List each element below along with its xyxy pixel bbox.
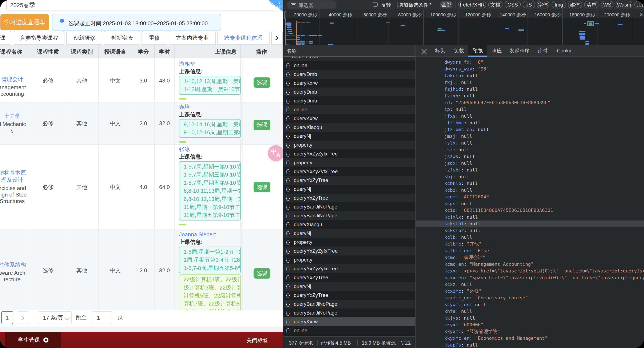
request-row-queryNj[interactable]: {;}queryNj: [284, 132, 415, 141]
preview-entry-kckslb1[interactable]: kckslb1: null: [416, 221, 644, 227]
preview-entry-jmsj[interactable]: jmsj: null: [416, 133, 644, 140]
preview-entry-kclb[interactable]: kclb: null: [416, 234, 644, 241]
request-table-header[interactable]: 名称: [284, 45, 415, 57]
preview-entry-kcdm[interactable]: kcdm: "ACCT2004F": [416, 194, 644, 200]
request-row-queryNj[interactable]: {;}queryNj: [284, 185, 415, 194]
request-row-queryYxZyTree[interactable]: {;}queryYxZyTree: [284, 194, 415, 202]
close-circle-icon[interactable]: ✕: [44, 338, 48, 343]
tab-方案内跨专业[interactable]: 方案内跨专业: [169, 31, 216, 45]
preview-entry-kkyx[interactable]: kkyx: "600006": [416, 322, 644, 328]
request-row-queryDmb[interactable]: {;}queryDmb: [284, 70, 415, 79]
filter-pill-全部[interactable]: 全部: [440, 1, 453, 8]
details-tab-计时[interactable]: 计时: [534, 45, 551, 57]
tab-重修[interactable]: 重修: [142, 31, 167, 45]
request-row-queryBanJiNoPage[interactable]: {;}queryBanJiNoPage: [284, 309, 415, 317]
preview-entry-fzzxh[interactable]: fzzxh: null: [416, 93, 644, 99]
preview-entry-kcmc[interactable]: kcmc: "管理会计": [416, 254, 644, 261]
preview-entry-kcbz[interactable]: kcbz: null: [416, 187, 644, 194]
teacher-link[interactable]: Joanna Siebert: [179, 231, 240, 238]
request-row-queryNj[interactable]: {;}queryNj: [284, 229, 415, 238]
request-row-queryBanJiNoPage[interactable]: {;}queryBanJiNoPage: [284, 300, 415, 309]
tab-跨专业课程体系[interactable]: 跨专业课程体系: [217, 31, 270, 45]
filter-pill-字体[interactable]: 字体: [537, 1, 550, 8]
preview-entry-ip[interactable]: ip: null: [416, 106, 644, 113]
filter-pill-Img[interactable]: Img: [552, 1, 566, 8]
request-row-property[interactable]: {;}property: [284, 158, 415, 167]
preview-entry-kcxzmc[interactable]: kcxzmc: "必修": [416, 288, 644, 295]
filter-pill-Wasm[interactable]: Wasm: [616, 1, 632, 8]
details-tab-Cookie[interactable]: Cookie: [554, 45, 576, 57]
filter-pill-Fetch/XHR[interactable]: Fetch/XHR: [458, 1, 486, 8]
tab-创新研修[interactable]: 创新研修: [66, 31, 102, 45]
preview-entry-ksapfs[interactable]: ksapfs: null: [416, 342, 644, 348]
student-course-tab[interactable]: 学生选课 ✕: [5, 332, 61, 348]
preview-entry-fxjl[interactable]: fxjl: null: [416, 79, 644, 86]
request-row-queryKxrw[interactable]: {;}queryKxrw: [284, 114, 415, 123]
preview-entry-jzdx[interactable]: jzdx: null: [416, 160, 644, 167]
select-course-button[interactable]: 选课: [254, 120, 270, 130]
request-row-property[interactable]: {;}property: [284, 141, 415, 149]
preview-entry-fakclb[interactable]: fakclb: null: [416, 72, 644, 79]
teacher-link[interactable]: 游相华: [179, 61, 240, 67]
overview-window-grip[interactable]: [284, 11, 286, 19]
preview-entry-kcxz[interactable]: kcxz: null: [416, 281, 644, 288]
preview-entry-jzfsbj[interactable]: jzfsbj: null: [416, 167, 644, 173]
preview-entry-kcjxlx[interactable]: kcjxlx: null: [416, 214, 644, 221]
request-row-queryYxZyZyfxTree[interactable]: {;}queryYxZyZyfxTree: [284, 167, 415, 176]
request-row-queryKxrw[interactable]: {;}queryKxrw: [284, 79, 415, 87]
teacher-link[interactable]: 泰培: [179, 104, 240, 110]
request-row-queryYxZyZyfxTree[interactable]: {;}queryYxZyZyfxTree: [284, 247, 415, 255]
tabs-more-button[interactable]: [271, 31, 282, 45]
preview-entry-kckslb2[interactable]: kckslb2: null: [416, 227, 644, 234]
preview-entry-kkyxmc_en[interactable]: kkyxmc_en: "Economics and Management": [416, 335, 644, 342]
filter-pill-文档[interactable]: 文档: [488, 1, 502, 8]
tab-创新实验[interactable]: 创新实验: [104, 31, 140, 45]
details-tab-标头[interactable]: 标头: [432, 45, 448, 57]
request-row-queryYxZyTree[interactable]: {;}queryYxZyTree: [284, 273, 415, 282]
request-row-content.css[interactable]: content.css: [284, 57, 415, 61]
request-row-queryXiaoqu[interactable]: {;}queryXiaoqu: [284, 220, 415, 229]
preview-entry-kcywmc_en[interactable]: kcywmc_en: null: [416, 301, 644, 308]
select-course-button[interactable]: 选课: [254, 77, 270, 88]
request-row-queryKxrw[interactable]: {;}queryKxrw: [284, 317, 415, 326]
term-select[interactable]: 2025春季: [6, 0, 276, 11]
preview-entry-fzjhid[interactable]: fzjhid: null: [416, 86, 644, 93]
preview-entry-dwyxrs_fx[interactable]: dwyxrs_fx: "0": [416, 59, 644, 66]
filter-pill-媒体[interactable]: 媒体: [568, 1, 582, 8]
preview-entry-kcbklb[interactable]: kcbklb: null: [416, 180, 644, 187]
request-row-online[interactable]: {;}online: [284, 326, 415, 335]
tab-竞赛指导类课程[interactable]: 竞赛指导类课程: [14, 31, 64, 45]
preview-entry-jfzlbmc[interactable]: jfzlbmc: null: [416, 119, 644, 126]
request-row-queryDmb[interactable]: {;}queryDmb: [284, 87, 415, 96]
request-row-queryYxZyZyfxTree[interactable]: {;}queryYxZyZyfxTree: [284, 264, 415, 273]
teacher-link[interactable]: 张冰: [179, 146, 240, 152]
details-tab-发起程序[interactable]: 发起程序: [506, 45, 533, 57]
request-row-queryYxZyTree[interactable]: {;}queryYxZyTree: [284, 291, 415, 300]
page-number-button[interactable]: 1: [1, 311, 13, 324]
request-row-property[interactable]: {;}property: [284, 255, 415, 264]
preview-entry-kkjys[interactable]: kkjys: null: [416, 315, 644, 322]
preview-entry-kkyxmc[interactable]: kkyxmc: "经济管理学院": [416, 328, 644, 335]
details-tab-响应[interactable]: 响应: [488, 45, 505, 57]
filter-pill-清单[interactable]: 清单: [584, 1, 598, 8]
translate-fab[interactable]: 中 A: [268, 145, 284, 161]
preview-entry-dwyxrs_wzy[interactable]: dwyxrs_wzy: "93": [416, 66, 644, 72]
request-row-online[interactable]: {;}online: [284, 61, 415, 70]
preview-entry-kcxx_en[interactable]: kcxx_en: "<p><a href=\"javascript:void(0…: [416, 274, 644, 281]
filter-pill-JS[interactable]: JS: [523, 1, 535, 8]
preview-entry-jszws[interactable]: jszws: null: [416, 153, 644, 160]
details-tab-负载[interactable]: 负载: [450, 45, 467, 57]
jump-page-input[interactable]: 1: [92, 311, 112, 324]
preview-entry-kclbmc[interactable]: kclbmc: "其他": [416, 241, 644, 247]
preview-entry-kcid[interactable]: kcid: "082111EB4800A745E0630B18F80A6301": [416, 207, 644, 214]
request-row-queryYxZyTree[interactable]: {;}queryYxZyTree: [284, 176, 415, 185]
preview-entry-id[interactable]: id: "25096DC647EFD153E0630C18F80A039C": [416, 99, 644, 106]
preview-entry-jfxs[interactable]: jfxs: null: [416, 113, 644, 119]
request-row-property[interactable]: {;}property: [284, 238, 415, 247]
preview-entry-kbj[interactable]: kbj: null: [416, 173, 644, 180]
filter-pill-WS[interactable]: WS: [601, 1, 614, 8]
close-details-icon[interactable]: [421, 48, 427, 53]
select-course-button[interactable]: 选课: [254, 182, 270, 192]
preview-entry-kcmc_en[interactable]: kcmc_en: "Management Accounting": [416, 261, 644, 268]
next-page-button[interactable]: [17, 311, 29, 324]
